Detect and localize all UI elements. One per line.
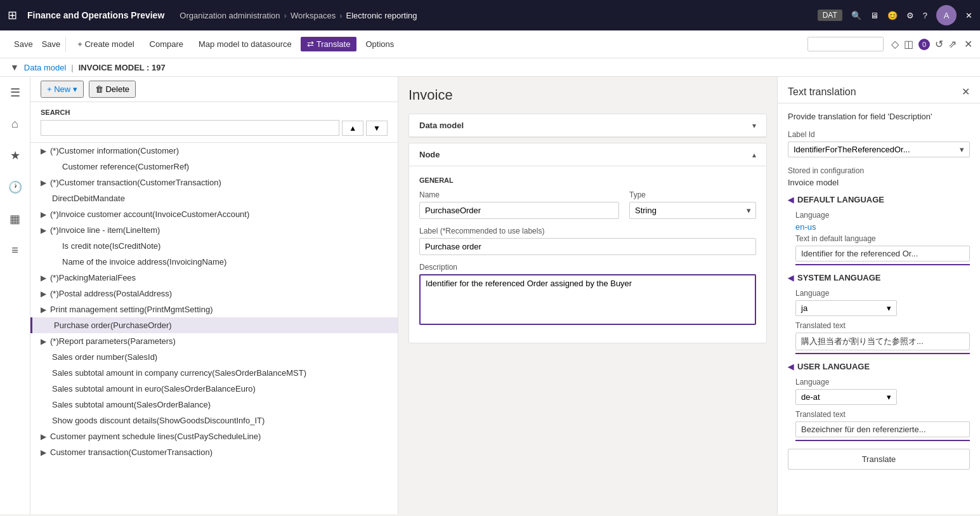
- expand-icon-print: ▶: [41, 305, 46, 314]
- toolbar-separator-1: [65, 37, 66, 52]
- list-icon[interactable]: ≡: [8, 240, 22, 261]
- tree-item-invoice-customer-account[interactable]: ▶ (*)Invoice customer account(InvoiceCus…: [30, 206, 398, 222]
- tree-item-invoicing-name[interactable]: Name of the invoice address(InvoicingNam…: [30, 254, 398, 270]
- translate-submit-button[interactable]: Translate: [788, 449, 970, 470]
- compare-button[interactable]: Compare: [143, 37, 190, 51]
- tree-item-is-credit-note[interactable]: Is credit note(IsCreditNote): [30, 238, 398, 254]
- emoji-icon[interactable]: 😊: [887, 11, 898, 20]
- search-icon[interactable]: 🔍: [851, 11, 861, 20]
- translation-subtitle: Provide translation for field 'Descripti…: [788, 111, 970, 122]
- system-language-section-header[interactable]: ◀ SYSTEM LANGUAGE: [788, 273, 970, 282]
- chat-icon[interactable]: 🖥: [870, 11, 879, 20]
- label-id-dropdown[interactable]: IdentifierForTheReferencedOr... ▾: [788, 142, 970, 157]
- hamburger-icon[interactable]: ☰: [6, 82, 24, 103]
- breadcrumb-workspaces[interactable]: Workspaces: [291, 11, 336, 20]
- tree-item-direct-debit[interactable]: DirectDebitMandate: [30, 190, 398, 206]
- tree-item-purchase-order[interactable]: Purchase order(PurchaseOrder): [30, 317, 398, 333]
- map-model-button[interactable]: Map model to datasource: [192, 37, 298, 51]
- panel-title: Invoice: [408, 87, 767, 103]
- new-button[interactable]: + + New New ▾: [41, 81, 84, 98]
- app-title: Finance and Operations Preview: [27, 10, 164, 20]
- breadcrumb-separator: |: [71, 63, 73, 72]
- type-select[interactable]: String: [629, 202, 756, 219]
- translation-panel-close-icon[interactable]: ✕: [962, 86, 970, 98]
- tree-item-sales-subtotal-mst[interactable]: Sales subtotal amount in company currenc…: [30, 365, 398, 381]
- delete-button[interactable]: 🗑 Delete: [89, 81, 136, 98]
- bookmark-icon[interactable]: ★: [6, 145, 24, 166]
- create-model-label: + Create model: [77, 39, 134, 49]
- system-language-label: SYSTEM LANGUAGE: [797, 273, 880, 282]
- expand-icon-report: ▶: [41, 337, 46, 346]
- tree-item-sales-order-number[interactable]: Sales order number(SalesId): [30, 349, 398, 365]
- tree-item-customer-ref[interactable]: Customer reference(CustomerRef): [30, 159, 398, 175]
- tree-item-customer-transaction[interactable]: ▶ (*)Customer transaction(CustomerTransa…: [30, 175, 398, 190]
- tree-item-sales-subtotal[interactable]: Sales subtotal amount(SalesOrderBalance): [30, 397, 398, 413]
- options-button[interactable]: Options: [359, 37, 400, 51]
- tree-item-cust-payment-sched[interactable]: ▶ Customer payment schedule lines(CustPa…: [30, 428, 398, 444]
- tree-item-sales-subtotal-euro[interactable]: Sales subtotal amount in euro(SalesOrder…: [30, 381, 398, 397]
- label-input[interactable]: [419, 238, 756, 255]
- default-language-section-header[interactable]: ◀ DEFAULT LANGUAGE: [788, 195, 970, 204]
- breadcrumb-electronic-reporting[interactable]: Electronic reporting: [346, 11, 417, 20]
- notification-badge[interactable]: 0: [918, 39, 930, 50]
- default-lang-value[interactable]: en-us: [795, 222, 970, 232]
- panel-close-icon[interactable]: ✕: [964, 38, 972, 50]
- tree-item-report-params[interactable]: ▶ (*)Report parameters(Parameters): [30, 333, 398, 349]
- default-language-body: Language en-us Text in default language …: [788, 211, 970, 265]
- data-model-section-header[interactable]: Data model ▾: [409, 114, 766, 137]
- breadcrumb-org[interactable]: Organization administration: [180, 11, 280, 20]
- description-textarea[interactable]: Identifier for the referenced Order assi…: [419, 274, 756, 325]
- expand-icon-packing: ▶: [41, 274, 46, 282]
- user-language-label: USER LANGUAGE: [797, 362, 870, 371]
- system-translated-value: 購入担当者が割り当てた参照オ...: [795, 333, 970, 350]
- user-lang-dropdown[interactable]: de-at ▾: [795, 389, 897, 405]
- popup-icon[interactable]: ◫: [904, 38, 913, 50]
- system-language-body: Language ja ▾ Translated text 購入担当者が割り当て…: [788, 289, 970, 354]
- search-down-button[interactable]: ▼: [366, 121, 388, 136]
- system-lang-dropdown[interactable]: ja ▾: [795, 300, 897, 316]
- tree-item-packing-material[interactable]: ▶ (*)PackingMaterialFees: [30, 270, 398, 286]
- toolbar-search-input[interactable]: [807, 37, 884, 51]
- description-field: Description Identifier for the reference…: [419, 263, 756, 325]
- user-lang-chevron: ▾: [887, 392, 891, 402]
- pin-icon[interactable]: ◇: [891, 38, 899, 50]
- translate-button[interactable]: ⇄ Translate: [301, 37, 357, 51]
- expand-icon[interactable]: ⇗: [948, 38, 957, 50]
- text-default-label: Text in default language: [795, 234, 970, 243]
- description-row: Description Identifier for the reference…: [419, 263, 756, 325]
- nav-actions: DAT 🔍 🖥 😊 ⚙ ? A ✕: [818, 5, 972, 25]
- tree-item-invoice-line[interactable]: ▶ (*)Invoice line - item(LineItem): [30, 222, 398, 238]
- data-model-link[interactable]: Data model: [24, 63, 66, 72]
- create-model-button[interactable]: + Create model: [71, 37, 140, 51]
- default-lang-collapse-icon: ◀: [788, 195, 794, 204]
- search-up-button[interactable]: ▲: [342, 121, 363, 136]
- app-grid-icon[interactable]: ⊞: [8, 8, 17, 22]
- dashboard-icon[interactable]: ▦: [6, 208, 24, 230]
- recent-icon[interactable]: 🕐: [4, 176, 26, 198]
- general-label: GENERAL: [419, 176, 756, 184]
- save-button[interactable]: Save: [8, 37, 39, 51]
- text-translation-panel: Text translation ✕ Provide translation f…: [777, 77, 980, 514]
- tree-item-show-goods[interactable]: Show goods discount details(ShowGoodsDis…: [30, 413, 398, 428]
- stored-in-value: Invoice model: [788, 178, 970, 187]
- translate-icon: ⇄: [307, 39, 314, 49]
- refresh-icon[interactable]: ↺: [935, 38, 943, 50]
- tree-item-postal-address[interactable]: ▶ (*)Postal address(PostalAddress): [30, 286, 398, 301]
- system-translated-label: Translated text: [795, 321, 970, 330]
- search-input[interactable]: [41, 120, 339, 136]
- close-window-icon[interactable]: ✕: [965, 11, 972, 20]
- plus-icon: +: [47, 84, 52, 94]
- help-icon[interactable]: ?: [923, 11, 927, 20]
- tree-item-print-management[interactable]: ▶ Print management setting(PrintMgmtSett…: [30, 301, 398, 317]
- user-avatar[interactable]: A: [936, 5, 957, 25]
- filter-icon[interactable]: ▼: [10, 62, 19, 72]
- settings-icon[interactable]: ⚙: [906, 11, 914, 20]
- home-icon[interactable]: ⌂: [8, 114, 22, 135]
- main-layout: ☰ ⌂ ★ 🕐 ▦ ≡ + + New New ▾ 🗑 Delete SEARC…: [0, 77, 980, 514]
- tree-item-customer-info[interactable]: ▶ (*)Customer information(Customer): [30, 143, 398, 159]
- name-input[interactable]: [419, 202, 619, 219]
- tree-item-customer-transaction-2[interactable]: ▶ Customer transaction(CustomerTransacti…: [30, 444, 398, 460]
- expand-icon-invoice-account: ▶: [41, 210, 46, 219]
- node-section-header[interactable]: Node ▴: [409, 143, 766, 166]
- user-language-section-header[interactable]: ◀ USER LANGUAGE: [788, 362, 970, 371]
